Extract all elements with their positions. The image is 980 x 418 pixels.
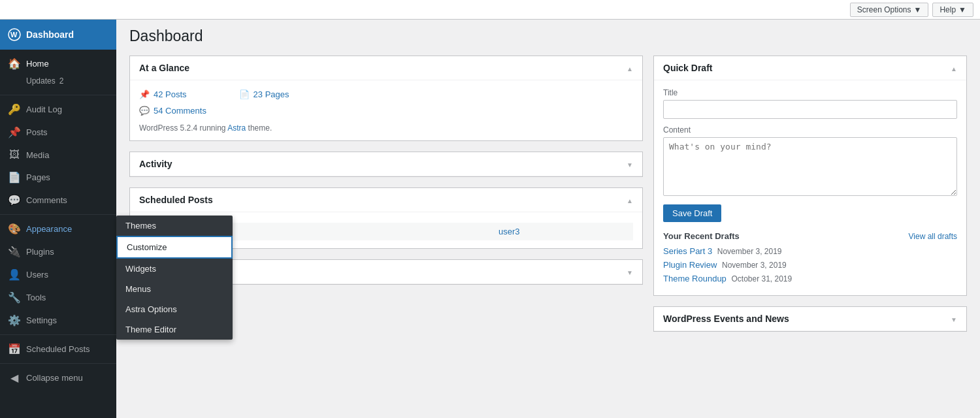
draft-item-1: Series Part 3 November 3, 2019 bbox=[663, 246, 957, 256]
sidebar-item-users[interactable]: 👤 Users bbox=[0, 263, 116, 286]
draft-date-2: November 3, 2019 bbox=[722, 261, 787, 270]
help-button[interactable]: Help ▼ bbox=[932, 3, 973, 17]
draft-content-input[interactable] bbox=[663, 137, 957, 196]
help-label: Help bbox=[939, 5, 956, 14]
right-column: Quick Draft Title Content Save Draft You… bbox=[653, 56, 967, 342]
quick-draft-widget: Quick Draft Title Content Save Draft You… bbox=[653, 56, 967, 296]
comments-stat-link[interactable]: 💬 54 Comments bbox=[139, 104, 633, 117]
pages-icon: 📄 bbox=[8, 171, 21, 184]
expand-security-icon[interactable] bbox=[627, 267, 633, 277]
expand-wp-events-icon[interactable] bbox=[951, 314, 957, 324]
view-all-drafts-link[interactable]: View all drafts bbox=[909, 232, 957, 241]
home-icon: 🏠 bbox=[8, 57, 21, 70]
at-a-glance-widget: At a Glance 📌 42 Posts 📄 23 Pages bbox=[129, 56, 643, 141]
users-label: Users bbox=[26, 270, 48, 280]
media-label: Media bbox=[26, 150, 49, 160]
wp-events-header: WordPress Events and News bbox=[654, 307, 966, 331]
two-col-layout: At a Glance 📌 42 Posts 📄 23 Pages bbox=[129, 56, 967, 342]
quick-draft-body: Title Content Save Draft Your Recent Dra… bbox=[654, 80, 966, 295]
collapse-at-a-glance-icon[interactable] bbox=[627, 63, 633, 73]
sidebar-item-media[interactable]: 🖼 Media bbox=[0, 144, 116, 166]
sidebar-updates[interactable]: Updates 2 bbox=[0, 75, 116, 89]
sidebar-divider-2 bbox=[0, 214, 116, 215]
tools-label: Tools bbox=[26, 293, 46, 302]
activity-title: Activity bbox=[139, 159, 172, 169]
screen-options-button[interactable]: Screen Options ▼ bbox=[850, 3, 929, 17]
draft-date-3: October 31, 2019 bbox=[731, 274, 792, 283]
pages-stat-link[interactable]: 📄 23 Pages bbox=[239, 88, 289, 101]
top-bar: Screen Options ▼ Help ▼ bbox=[0, 0, 980, 20]
pages-stat-icon: 📄 bbox=[239, 89, 250, 99]
sidebar-brand-label: Dashboard bbox=[26, 29, 74, 40]
sidebar-brand[interactable]: W Dashboard bbox=[0, 20, 116, 50]
sidebar-item-posts[interactable]: 📌 Posts bbox=[0, 121, 116, 144]
sidebar-item-tools[interactable]: 🔧 Tools bbox=[0, 286, 116, 309]
scheduled-posts-header: Scheduled Posts bbox=[130, 188, 642, 212]
chevron-down-icon: ▼ bbox=[914, 5, 922, 14]
sidebar-divider-1 bbox=[0, 95, 116, 95]
posts-stat-link[interactable]: 📌 42 Posts bbox=[139, 88, 187, 101]
widgets-label: Widgets bbox=[125, 264, 156, 274]
themes-label: Themes bbox=[125, 221, 156, 231]
collapse-scheduled-icon[interactable] bbox=[627, 195, 633, 205]
pages-stat-count: 23 Pages bbox=[253, 89, 289, 99]
sidebar-item-appearance[interactable]: 🎨 Appearance bbox=[0, 217, 116, 240]
submenu-item-widgets[interactable]: Widgets bbox=[116, 259, 233, 279]
chevron-down-icon: ▼ bbox=[958, 5, 966, 14]
title-label: Title bbox=[663, 88, 957, 97]
theme-suffix: theme. bbox=[248, 123, 272, 133]
settings-label: Settings bbox=[26, 315, 57, 325]
comments-icon: 💬 bbox=[8, 194, 21, 206]
sidebar-item-plugins[interactable]: 🔌 Plugins bbox=[0, 240, 116, 263]
pages-label: Pages bbox=[26, 172, 50, 182]
sidebar-item-comments[interactable]: 💬 Comments bbox=[0, 189, 116, 212]
content-label: Content bbox=[663, 125, 957, 135]
sidebar-item-audit-log[interactable]: 🔑 Audit Log bbox=[0, 98, 116, 121]
comments-stat-icon: 💬 bbox=[139, 106, 150, 116]
at-a-glance-body: 📌 42 Posts 📄 23 Pages 💬 54 Comm bbox=[130, 80, 642, 140]
draft-link-1[interactable]: Series Part 3 bbox=[663, 246, 712, 256]
sidebar-divider-3 bbox=[0, 334, 116, 335]
wp-info: WordPress 5.2.4 running Astra theme. bbox=[139, 123, 633, 133]
plugins-label: Plugins bbox=[26, 247, 54, 257]
comments-label: Comments bbox=[26, 195, 67, 205]
at-a-glance-header: At a Glance bbox=[130, 56, 642, 80]
expand-activity-icon[interactable] bbox=[627, 159, 633, 169]
menus-label: Menus bbox=[125, 284, 151, 294]
comments-stat-count: 54 Comments bbox=[154, 106, 206, 116]
draft-link-3[interactable]: Theme Roundup bbox=[663, 274, 727, 283]
submenu-item-astra-options[interactable]: Astra Options bbox=[116, 299, 233, 319]
draft-title-input[interactable] bbox=[663, 100, 957, 119]
recent-drafts-section: Your Recent Drafts View all drafts Serie… bbox=[663, 231, 957, 283]
updates-label: Updates bbox=[26, 76, 56, 86]
theme-link[interactable]: Astra bbox=[227, 123, 246, 133]
screen-options-label: Screen Options bbox=[857, 5, 911, 14]
customize-label: Customize bbox=[127, 242, 167, 252]
submenu-item-themes[interactable]: Themes bbox=[116, 216, 233, 236]
updates-badge: 2 bbox=[59, 76, 64, 86]
collapse-quick-draft-icon[interactable] bbox=[951, 63, 957, 73]
at-a-glance-title: At a Glance bbox=[139, 63, 189, 73]
draft-link-2[interactable]: Plugin Review bbox=[663, 260, 717, 270]
wp-version-text: WordPress 5.2.4 running bbox=[139, 123, 226, 133]
sidebar-item-scheduled-posts[interactable]: 📅 Scheduled Posts bbox=[0, 338, 116, 361]
appearance-icon: 🎨 bbox=[8, 223, 21, 235]
submenu-item-menus[interactable]: Menus bbox=[116, 279, 233, 299]
scheduled-posts-label: Scheduled Posts bbox=[26, 344, 90, 354]
draft-item-3: Theme Roundup October 31, 2019 bbox=[663, 274, 957, 283]
sidebar-item-home[interactable]: 🏠 Home bbox=[0, 52, 116, 75]
scheduled-posts-title: Scheduled Posts bbox=[139, 195, 213, 205]
save-draft-button[interactable]: Save Draft bbox=[663, 204, 721, 222]
appearance-label: Appearance bbox=[26, 224, 72, 234]
sidebar-item-settings[interactable]: ⚙️ Settings bbox=[0, 309, 116, 332]
theme-editor-label: Theme Editor bbox=[125, 325, 176, 334]
collapse-icon: ◀ bbox=[8, 372, 21, 384]
sidebar-collapse-button[interactable]: ◀ Collapse menu bbox=[0, 366, 116, 389]
sidebar-item-pages[interactable]: 📄 Pages bbox=[0, 166, 116, 189]
quick-draft-title: Quick Draft bbox=[663, 63, 712, 73]
quick-draft-header: Quick Draft bbox=[654, 56, 966, 80]
submenu-item-customize[interactable]: Customize bbox=[116, 236, 233, 259]
tools-icon: 🔧 bbox=[8, 291, 21, 304]
submenu-item-theme-editor[interactable]: Theme Editor bbox=[116, 319, 233, 340]
posts-icon: 📌 bbox=[8, 126, 21, 138]
